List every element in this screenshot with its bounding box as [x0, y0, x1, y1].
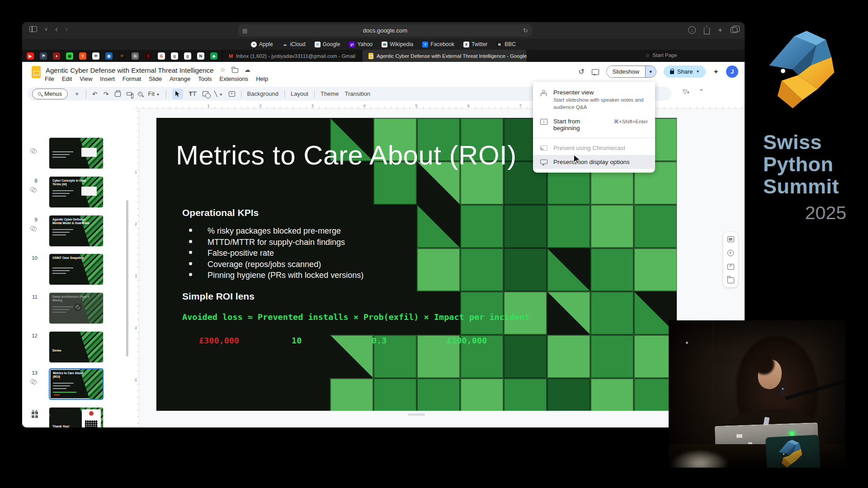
- forward-icon[interactable]: ›: [65, 26, 68, 32]
- fit-zoom-select[interactable]: Fit ▼: [148, 90, 160, 97]
- slide-thumbnail-11[interactable]: Demo Architecture (How it Works): [49, 292, 104, 324]
- print-icon[interactable]: [115, 92, 121, 97]
- youtube-pinned-tab-icon[interactable]: ▶: [27, 52, 34, 60]
- g-small-pinned-tab-icon[interactable]: g: [171, 52, 178, 60]
- bookmark-wikipedia[interactable]: WWikipedia: [382, 41, 413, 47]
- tab-overview-icon[interactable]: [731, 27, 737, 33]
- contacts-icon[interactable]: [727, 277, 734, 283]
- slide-thumbnail-12[interactable]: Demo: [49, 331, 104, 363]
- menu-slide[interactable]: Slide: [149, 75, 162, 82]
- roi-value[interactable]: 10: [292, 336, 302, 345]
- theme-button[interactable]: Theme: [321, 90, 339, 97]
- bookmark-facebook[interactable]: fFacebook: [422, 41, 454, 47]
- star-document-icon[interactable]: ☆: [220, 66, 226, 73]
- move-folder-icon[interactable]: [232, 68, 238, 73]
- tasks-icon[interactable]: [727, 264, 734, 270]
- ih-pinned-tab-icon[interactable]: IH: [92, 52, 99, 60]
- roi-value[interactable]: £300,000: [199, 336, 239, 345]
- bookmark-twitter[interactable]: XTwitter: [463, 41, 487, 47]
- menu-item-restart[interactable]: 1Start from beginning⌘+Shift+Enter: [533, 114, 655, 135]
- slide-title[interactable]: Metrics to Care About (ROI): [176, 140, 517, 171]
- reader-icon[interactable]: ▤: [242, 28, 247, 34]
- gemini-sparkle-icon[interactable]: ✦: [713, 68, 719, 76]
- version-history-icon[interactable]: ↺: [578, 67, 584, 76]
- slide-roi-heading[interactable]: Simple ROI lens: [182, 291, 255, 302]
- collapse-filmstrip-icon[interactable]: ‹: [49, 411, 51, 418]
- menu-extensions[interactable]: Extensions: [220, 75, 249, 82]
- menu-item-presenter[interactable]: Presenter viewStart slideshow with speak…: [533, 85, 655, 114]
- kpi-bullet-item[interactable]: MTTD/MTTR for supply-chain findings: [189, 238, 363, 249]
- slide-thumbnail-9[interactable]: Agentic Cyber Defense: Mental Model & Gu…: [49, 215, 104, 247]
- orange-o-pinned-tab-icon[interactable]: O': [118, 52, 126, 60]
- text-box-tool-icon[interactable]: T⊤: [189, 90, 197, 97]
- grid-view-icon[interactable]: [32, 412, 38, 418]
- select-tool-button[interactable]: [172, 89, 183, 99]
- transition-button[interactable]: Transition: [344, 90, 370, 97]
- bookmark-bbc[interactable]: BBBC: [496, 41, 516, 47]
- globe-pinned-tab-icon[interactable]: ◍: [105, 52, 113, 60]
- back-icon[interactable]: ‹: [55, 26, 58, 32]
- bookmark-apple[interactable]: ●Apple: [251, 41, 273, 47]
- menu-tools[interactable]: Tools: [198, 75, 212, 82]
- slide-thumbnail-partial[interactable]: [49, 137, 104, 169]
- comments-icon[interactable]: [592, 69, 599, 75]
- slide-thumbnail-10[interactable]: OSINT Case Snapshot: [49, 253, 104, 285]
- sidebar-toggle-icon[interactable]: [29, 26, 37, 32]
- menu-insert[interactable]: Insert: [100, 75, 115, 82]
- g-gray-pinned-tab-icon[interactable]: G: [132, 52, 139, 60]
- menu-view[interactable]: View: [80, 75, 92, 82]
- slide-thumbnail-13[interactable]: Metrics to Care About (ROI): [49, 368, 104, 400]
- kpi-bullet-item[interactable]: False-positive rate: [189, 249, 363, 260]
- menus-search-button[interactable]: Menus: [32, 89, 68, 99]
- bookmark-yahoo[interactable]: y!Yahoo: [349, 41, 373, 47]
- flag-pinned-tab-icon[interactable]: ⚑: [40, 52, 47, 60]
- menu-edit[interactable]: Edit: [62, 75, 72, 82]
- menu-format[interactable]: Format: [123, 75, 141, 82]
- insert-image-icon[interactable]: +: [229, 91, 235, 97]
- background-button[interactable]: Background: [247, 90, 278, 97]
- address-bar[interactable]: ▤ docs.google.com ↻: [238, 24, 532, 37]
- collapse-toolbar-icon[interactable]: ⌃: [699, 88, 704, 95]
- roi-value[interactable]: £100,000: [447, 336, 487, 345]
- account-avatar[interactable]: J: [726, 66, 738, 78]
- crest-pinned-tab-icon[interactable]: ♦: [53, 52, 60, 60]
- redo-icon[interactable]: ↷: [104, 90, 109, 98]
- tab-start-page[interactable]: ☆ Start Page: [645, 52, 677, 58]
- speaker-notes-handle[interactable]: [408, 413, 425, 416]
- kpi-bullet-item[interactable]: Pinning hygiene (PRs with locked version…: [189, 271, 363, 282]
- menu-help[interactable]: Help: [256, 75, 268, 82]
- new-slide-button[interactable]: ＋: [74, 90, 80, 98]
- bookmark-google[interactable]: GGoogle: [315, 41, 340, 47]
- kpi-bullet-item[interactable]: % risky packages blocked pre-merge: [189, 226, 363, 238]
- bookmark-icloud[interactable]: ☁iCloud: [282, 41, 306, 47]
- document-title[interactable]: Agentic Cyber Defense with External Thre…: [46, 66, 214, 74]
- chevron-down-icon[interactable]: ∨: [44, 26, 48, 32]
- slide-roi-formula[interactable]: Avoided loss ≈ Prevented installs × Prob…: [182, 312, 530, 322]
- share-page-icon[interactable]: [704, 28, 710, 34]
- menu-file[interactable]: File: [45, 75, 54, 82]
- downloads-icon[interactable]: ↓: [688, 26, 696, 34]
- slideshow-button[interactable]: Slideshow ▼: [606, 66, 656, 78]
- keep-icon[interactable]: [727, 250, 734, 256]
- slide-kpi-heading[interactable]: Operational KPIs: [182, 207, 259, 218]
- refresh-icon[interactable]: ↻: [523, 27, 528, 34]
- paint-format-icon[interactable]: [127, 92, 132, 95]
- menu-item-display[interactable]: Presentation display options: [533, 155, 655, 169]
- kpi-bullet-item[interactable]: Coverage (repos/jobs scanned): [189, 260, 363, 271]
- line-tool-icon[interactable]: ╲ ▼: [214, 90, 223, 97]
- teal-cash-pinned-tab-icon[interactable]: ◈: [210, 52, 217, 60]
- slide-thumbnail-8[interactable]: Cyber Concepts in Data Terms (AI): [49, 176, 104, 208]
- calendar-icon[interactable]: [727, 236, 734, 242]
- roi-value[interactable]: 0.3: [372, 336, 387, 345]
- g-small-2-pinned-tab-icon[interactable]: g: [184, 52, 191, 60]
- notion-pinned-tab-icon[interactable]: N: [197, 52, 204, 60]
- g-serif-pinned-tab-icon[interactable]: G: [158, 52, 165, 60]
- undo-icon[interactable]: ↶: [92, 90, 98, 98]
- slideshow-caret-icon[interactable]: ▼: [645, 66, 656, 77]
- share-button[interactable]: Share ▼: [664, 66, 706, 78]
- tab-google-slides[interactable]: Agentic Cyber Defense with External Thre…: [362, 50, 527, 62]
- filmstrip-scrollbar[interactable]: [126, 200, 128, 357]
- shapes-tool-icon[interactable]: [203, 91, 208, 96]
- share-caret-icon[interactable]: ▼: [696, 70, 700, 74]
- cloud-status-icon[interactable]: ☁: [245, 66, 250, 73]
